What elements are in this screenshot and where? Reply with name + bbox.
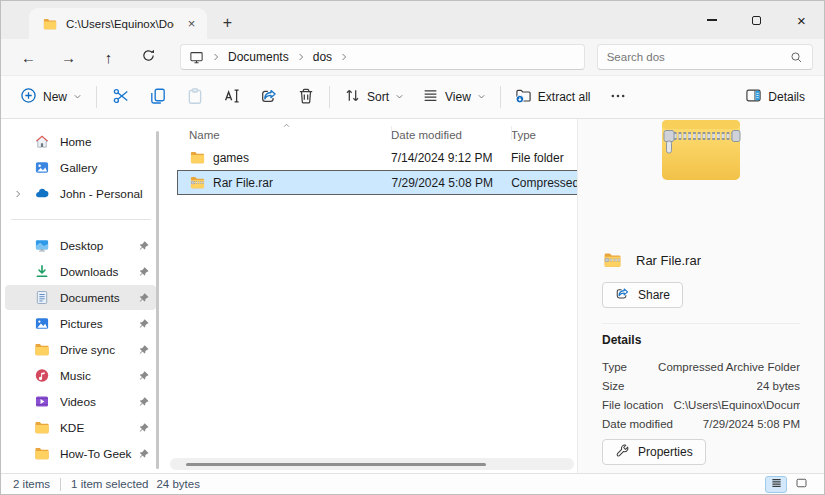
new-tab-button[interactable]: + bbox=[215, 11, 240, 34]
chevron-right-icon[interactable] bbox=[13, 189, 34, 199]
sidebar-item-label: Pictures bbox=[60, 317, 138, 331]
horizontal-scrollbar-thumb[interactable] bbox=[186, 463, 486, 466]
search-icon bbox=[790, 51, 803, 64]
sidebar-item-kde[interactable]: KDE bbox=[5, 415, 156, 440]
scissors-icon bbox=[112, 87, 130, 108]
more-options-button[interactable] bbox=[600, 81, 637, 113]
copy-button[interactable] bbox=[139, 81, 176, 113]
details-field-label: Date modified bbox=[602, 418, 673, 430]
close-button[interactable]: × bbox=[779, 1, 824, 39]
chevron-right-icon bbox=[211, 52, 221, 62]
sidebar-item-label: Home bbox=[60, 135, 150, 149]
items-count: 2 items bbox=[13, 478, 50, 490]
sort-button-label: Sort bbox=[367, 90, 389, 104]
file-row-games[interactable]: games7/14/2024 9:12 PMFile folder bbox=[177, 145, 577, 170]
sidebar-item-desktop[interactable]: Desktop bbox=[5, 233, 156, 258]
ellipsis-icon bbox=[609, 87, 627, 108]
sort-button[interactable]: Sort bbox=[335, 81, 413, 113]
rename-button[interactable] bbox=[213, 81, 250, 113]
search-input[interactable] bbox=[607, 51, 790, 63]
column-separator[interactable] bbox=[391, 126, 392, 140]
sidebar-item-onedrive-personal[interactable]: John - Personal bbox=[5, 181, 156, 206]
details-panel-icon bbox=[745, 87, 762, 107]
forward-button[interactable]: → bbox=[52, 42, 85, 72]
sidebar-item-gallery[interactable]: Gallery bbox=[5, 155, 156, 180]
sidebar-item-label: John - Personal bbox=[60, 187, 150, 201]
sidebar-item-home[interactable]: Home bbox=[5, 129, 156, 154]
tab-close-icon[interactable]: × bbox=[182, 14, 201, 33]
paste-button[interactable] bbox=[176, 81, 213, 113]
extract-all-label: Extract all bbox=[538, 90, 591, 104]
horizontal-scrollbar[interactable] bbox=[170, 458, 574, 470]
breadcrumb-item-documents[interactable]: Documents bbox=[224, 49, 293, 65]
command-bar: New Sort View Extract all Detail bbox=[1, 75, 824, 119]
view-lines-icon bbox=[422, 87, 439, 107]
sidebar-item-music[interactable]: Music bbox=[5, 363, 156, 388]
file-row-rar-file-rar[interactable]: Rar File.rar7/29/2024 5:08 PMCompressed … bbox=[177, 170, 577, 195]
file-type: File folder bbox=[511, 151, 577, 165]
sidebar-item-videos[interactable]: Videos bbox=[5, 389, 156, 414]
chevron-down-icon bbox=[477, 90, 486, 104]
folder-icon bbox=[42, 17, 58, 31]
breadcrumb-item-dos[interactable]: dos bbox=[309, 49, 336, 65]
new-button[interactable]: New bbox=[11, 81, 91, 113]
toolbar-divider bbox=[329, 86, 330, 108]
details-pane-toggle[interactable]: Details bbox=[736, 81, 814, 113]
sidebar-item-downloads[interactable]: Downloads bbox=[5, 259, 156, 284]
refresh-icon bbox=[141, 48, 156, 66]
view-button[interactable]: View bbox=[413, 81, 495, 113]
pin-icon bbox=[138, 448, 150, 460]
delete-button[interactable] bbox=[287, 81, 324, 113]
minimize-button[interactable] bbox=[689, 1, 734, 39]
file-name: Rar File.rar bbox=[213, 176, 273, 190]
maximize-button[interactable] bbox=[734, 1, 779, 39]
address-bar[interactable]: Documentsdos bbox=[180, 44, 585, 70]
copy-icon bbox=[149, 87, 167, 108]
share-button-toolbar[interactable] bbox=[250, 81, 287, 113]
column-separator[interactable] bbox=[511, 126, 512, 140]
details-pane: Rar File.rar Share Details TypeCompresse… bbox=[577, 119, 824, 473]
file-list: Name Date modified Type games7/14/2024 9… bbox=[161, 119, 577, 473]
extract-folder-icon bbox=[515, 87, 532, 107]
explorer-tab[interactable]: C:\Users\Equinox\Documents\ × bbox=[29, 8, 207, 39]
sidebar-item-label: Documents bbox=[60, 291, 138, 305]
details-field-file-location: File locationC:\Users\Equinox\Documents.… bbox=[602, 395, 800, 414]
clipboard-icon bbox=[186, 87, 204, 108]
navigation-sidebar: HomeGalleryJohn - PersonalDesktopDownloa… bbox=[1, 119, 161, 473]
column-header-type[interactable]: Type bbox=[511, 129, 577, 141]
file-type: Compressed Archive Folder bbox=[511, 176, 577, 190]
this-pc-icon[interactable] bbox=[189, 50, 204, 65]
properties-button[interactable]: Properties bbox=[602, 439, 706, 465]
details-section-title: Details bbox=[602, 333, 800, 347]
sidebar-item-label: Music bbox=[60, 369, 138, 383]
pictures-icon bbox=[34, 316, 51, 331]
search-box[interactable] bbox=[597, 44, 813, 70]
pin-icon bbox=[138, 266, 150, 278]
file-date-modified: 7/14/2024 9:12 PM bbox=[391, 151, 511, 165]
pin-icon bbox=[138, 422, 150, 434]
sidebar-item-pictures[interactable]: Pictures bbox=[5, 311, 156, 336]
details-view-button[interactable] bbox=[765, 476, 787, 493]
title-bar: C:\Users\Equinox\Documents\ × + × bbox=[1, 1, 824, 39]
zip-icon bbox=[602, 251, 623, 269]
sidebar-item-how-to-geek[interactable]: How-To Geek bbox=[5, 441, 156, 466]
sidebar-item-partial[interactable] bbox=[5, 467, 156, 473]
sidebar-item-drive-sync[interactable]: Drive sync bbox=[5, 337, 156, 362]
trash-icon bbox=[297, 87, 315, 108]
up-button[interactable]: ↑ bbox=[92, 42, 125, 72]
pin-icon bbox=[138, 396, 150, 408]
extract-all-button[interactable]: Extract all bbox=[506, 81, 600, 113]
sidebar-item-label: Gallery bbox=[60, 161, 150, 175]
large-icons-view-button[interactable] bbox=[790, 476, 812, 493]
sidebar-scrollbar[interactable] bbox=[156, 131, 159, 469]
sidebar-item-documents[interactable]: Documents bbox=[5, 285, 156, 310]
share-button[interactable]: Share bbox=[602, 282, 683, 308]
pin-icon bbox=[138, 292, 150, 304]
cut-button[interactable] bbox=[102, 81, 139, 113]
refresh-button[interactable] bbox=[132, 42, 165, 72]
chevron-down-icon bbox=[395, 90, 404, 104]
column-header-date-modified[interactable]: Date modified bbox=[391, 129, 511, 141]
back-button[interactable]: ← bbox=[12, 42, 45, 72]
pin-icon bbox=[138, 240, 150, 252]
zip-icon bbox=[189, 175, 206, 190]
